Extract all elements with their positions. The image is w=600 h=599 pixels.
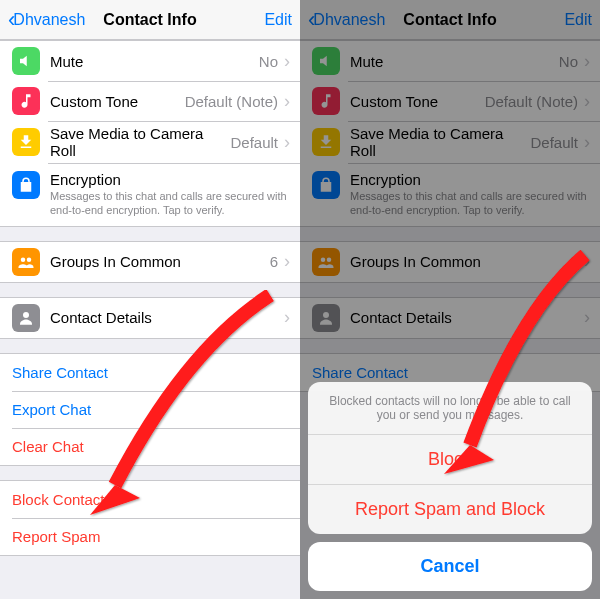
media-value: Default [230, 134, 278, 151]
settings-group-details: Contact Details › [0, 297, 300, 339]
settings-group-media: Mute No › Custom Tone Default (Note) › S… [0, 40, 300, 227]
group-icon [12, 248, 40, 276]
sheet-report-block-button[interactable]: Report Spam and Block [308, 485, 592, 534]
groups-value: 6 [270, 253, 278, 270]
screen-block-confirm: ‹ Dhvanesh Contact Info Edit Mute No › C… [300, 0, 600, 599]
tone-label: Custom Tone [50, 93, 185, 110]
export-chat-button[interactable]: Export Chat [0, 391, 300, 428]
row-contact-details[interactable]: Contact Details › [0, 298, 300, 338]
back-label: Dhvanesh [13, 11, 85, 29]
navbar: ‹ Dhvanesh Contact Info Edit [0, 0, 300, 40]
edit-button[interactable]: Edit [264, 11, 292, 29]
lock-icon [12, 171, 40, 199]
block-action-sheet: Blocked contacts will no longer be able … [308, 382, 592, 591]
settings-group-groups: Groups In Common 6 › [0, 241, 300, 283]
download-icon [12, 128, 40, 156]
report-spam-button[interactable]: Report Spam [0, 518, 300, 555]
row-save-media[interactable]: Save Media to Camera Roll Default › [0, 121, 300, 163]
settings-group-chat-actions: Share Contact Export Chat Clear Chat [0, 353, 300, 466]
sheet-block-button[interactable]: Block [308, 435, 592, 485]
row-custom-tone[interactable]: Custom Tone Default (Note) › [0, 81, 300, 121]
mute-value: No [259, 53, 278, 70]
groups-label: Groups In Common [50, 253, 270, 270]
chevron-right-icon: › [284, 251, 290, 272]
screen-contact-info: ‹ Dhvanesh Contact Info Edit Mute No › C… [0, 0, 300, 599]
share-contact-button[interactable]: Share Contact [0, 354, 300, 391]
music-note-icon [12, 87, 40, 115]
tone-value: Default (Note) [185, 93, 278, 110]
sheet-message: Blocked contacts will no longer be able … [308, 382, 592, 435]
speaker-icon [12, 47, 40, 75]
chevron-right-icon: › [284, 132, 290, 153]
encryption-label: Encryption [50, 171, 290, 188]
block-contact-button[interactable]: Block Contact [0, 481, 300, 518]
svg-point-2 [23, 312, 29, 318]
row-groups-in-common[interactable]: Groups In Common 6 › [0, 242, 300, 282]
clear-chat-button[interactable]: Clear Chat [0, 428, 300, 465]
row-encryption[interactable]: Encryption Messages to this chat and cal… [0, 163, 300, 226]
svg-point-1 [27, 257, 32, 262]
chevron-right-icon: › [284, 91, 290, 112]
person-icon [12, 304, 40, 332]
back-button[interactable]: ‹ Dhvanesh [8, 7, 85, 33]
details-label: Contact Details [50, 309, 282, 326]
encryption-subtext: Messages to this chat and calls are secu… [50, 190, 290, 218]
chevron-right-icon: › [284, 51, 290, 72]
mute-label: Mute [50, 53, 259, 70]
row-mute[interactable]: Mute No › [0, 41, 300, 81]
sheet-cancel-button[interactable]: Cancel [308, 542, 592, 591]
settings-group-block: Block Contact Report Spam [0, 480, 300, 556]
media-label: Save Media to Camera Roll [50, 125, 230, 159]
svg-point-0 [21, 257, 26, 262]
chevron-right-icon: › [284, 307, 290, 328]
